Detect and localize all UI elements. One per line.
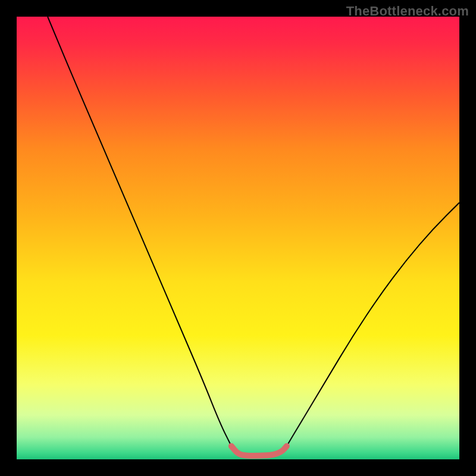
curves-layer [17, 17, 459, 459]
series-flat-segment [231, 446, 287, 456]
chart-frame: TheBottleneck.com [0, 0, 476, 476]
watermark-text: TheBottleneck.com [346, 4, 469, 19]
plot-area [17, 17, 459, 459]
series-curve-right [287, 202, 459, 446]
series-curve-left [48, 17, 231, 446]
